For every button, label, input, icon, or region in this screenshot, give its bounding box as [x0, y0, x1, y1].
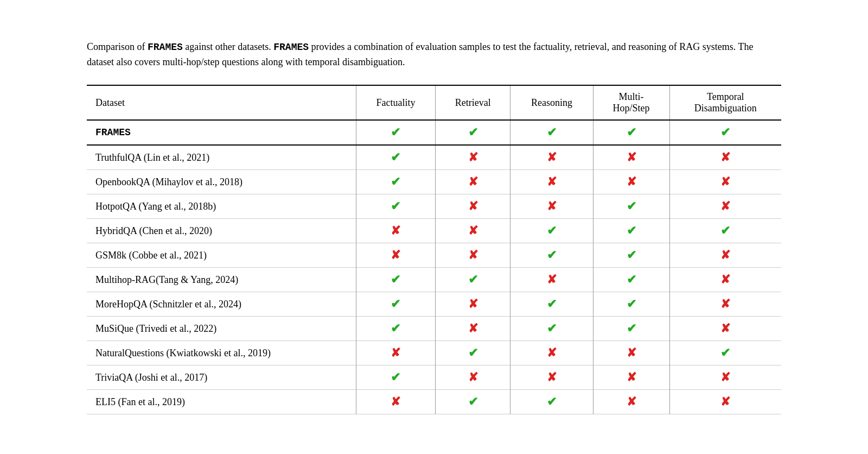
- cross-icon: ✘: [468, 150, 478, 164]
- reasoning-cell: ✘: [510, 341, 593, 365]
- table-row: OpenbookQA (Mihaylov et al., 2018) ✔ ✘ ✘…: [87, 170, 781, 194]
- retrieval-cell: ✘: [436, 292, 510, 317]
- dataset-name: NaturalQuestions (Kwiatkowski et al., 20…: [87, 341, 356, 365]
- table-row: Multihop-RAG(Tang & Yang, 2024) ✔ ✔ ✘ ✔ …: [87, 268, 781, 292]
- reasoning-cell: ✔: [510, 390, 593, 414]
- reasoning-cell: ✘: [510, 145, 593, 170]
- check-icon: ✔: [627, 199, 636, 213]
- caption-text-1: Comparison of: [87, 41, 148, 52]
- cross-icon: ✘: [391, 346, 400, 360]
- retrieval-cell: ✘: [436, 145, 510, 170]
- factuality-cell: ✔: [356, 145, 436, 170]
- col-header-factuality: Factuality: [356, 85, 436, 120]
- factuality-cell: ✔: [356, 194, 436, 219]
- cross-icon: ✘: [391, 248, 400, 262]
- frames-retrieval: ✔: [436, 120, 510, 145]
- table-row: HybridQA (Chen et al., 2020) ✘ ✘ ✔ ✔ ✔: [87, 219, 781, 243]
- table-row: HotpotQA (Yang et al., 2018b) ✔ ✘ ✘ ✔ ✘: [87, 194, 781, 219]
- cross-icon: ✘: [627, 370, 636, 384]
- reasoning-cell: ✔: [510, 317, 593, 341]
- check-icon: ✔: [468, 346, 478, 360]
- temporal-cell: ✘: [669, 390, 781, 414]
- reasoning-cell: ✘: [510, 365, 593, 390]
- cross-icon: ✘: [391, 224, 400, 237]
- check-icon: ✔: [627, 125, 636, 139]
- multihop-cell: ✘: [593, 365, 669, 390]
- dataset-name: HybridQA (Chen et al., 2020): [87, 219, 356, 243]
- multihop-cell: ✘: [593, 341, 669, 365]
- retrieval-cell: ✘: [436, 317, 510, 341]
- frames-factuality: ✔: [356, 120, 436, 145]
- cross-icon: ✘: [720, 370, 730, 384]
- multihop-cell: ✘: [593, 145, 669, 170]
- factuality-cell: ✔: [356, 292, 436, 317]
- dataset-name: ELI5 (Fan et al., 2019): [87, 390, 356, 414]
- check-icon: ✔: [627, 321, 636, 335]
- retrieval-cell: ✘: [436, 243, 510, 268]
- cross-icon: ✘: [547, 150, 557, 164]
- table-row: MoreHopQA (Schnitzler et al., 2024) ✔ ✘ …: [87, 292, 781, 317]
- cross-icon: ✘: [627, 346, 636, 360]
- frames-multihop: ✔: [593, 120, 669, 145]
- cross-icon: ✘: [720, 321, 730, 335]
- page-container: Comparison of FRAMES against other datas…: [54, 18, 814, 436]
- reasoning-cell: ✘: [510, 170, 593, 194]
- factuality-cell: ✔: [356, 268, 436, 292]
- dataset-name: HotpotQA (Yang et al., 2018b): [87, 194, 356, 219]
- frames-reasoning: ✔: [510, 120, 593, 145]
- check-icon: ✔: [547, 125, 557, 139]
- temporal-cell: ✘: [669, 317, 781, 341]
- retrieval-cell: ✔: [436, 341, 510, 365]
- caption-text-2: against other datasets.: [183, 41, 273, 52]
- retrieval-cell: ✔: [436, 268, 510, 292]
- table-row: GSM8k (Cobbe et al., 2021) ✘ ✘ ✔ ✔ ✘: [87, 243, 781, 268]
- check-icon: ✔: [720, 224, 730, 237]
- reasoning-cell: ✔: [510, 243, 593, 268]
- check-icon: ✔: [391, 175, 400, 188]
- comparison-table: Dataset Factuality Retrieval Reasoning M…: [87, 85, 781, 414]
- cross-icon: ✘: [720, 395, 730, 408]
- check-icon: ✔: [391, 150, 400, 164]
- factuality-cell: ✔: [356, 170, 436, 194]
- check-icon: ✔: [547, 321, 557, 335]
- reasoning-cell: ✔: [510, 219, 593, 243]
- retrieval-cell: ✘: [436, 365, 510, 390]
- temporal-cell: ✘: [669, 170, 781, 194]
- check-icon: ✔: [720, 346, 730, 360]
- frames-temporal: ✔: [669, 120, 781, 145]
- check-icon: ✔: [468, 125, 478, 139]
- check-icon: ✔: [391, 297, 400, 311]
- cross-icon: ✘: [468, 297, 478, 311]
- check-icon: ✔: [720, 125, 730, 139]
- multihop-cell: ✔: [593, 243, 669, 268]
- cross-icon: ✘: [720, 199, 730, 213]
- multihop-cell: ✔: [593, 194, 669, 219]
- multihop-cell: ✘: [593, 170, 669, 194]
- check-icon: ✔: [627, 297, 636, 311]
- cross-icon: ✘: [468, 370, 478, 384]
- cross-icon: ✘: [468, 199, 478, 213]
- retrieval-cell: ✘: [436, 219, 510, 243]
- check-icon: ✔: [547, 395, 557, 408]
- check-icon: ✔: [547, 224, 557, 237]
- temporal-cell: ✘: [669, 145, 781, 170]
- multihop-cell: ✔: [593, 219, 669, 243]
- col-header-temporal: TemporalDisambiguation: [669, 85, 781, 120]
- dataset-name: OpenbookQA (Mihaylov et al., 2018): [87, 170, 356, 194]
- cross-icon: ✘: [547, 199, 557, 213]
- cross-icon: ✘: [720, 248, 730, 262]
- cross-icon: ✘: [720, 273, 730, 286]
- check-icon: ✔: [627, 224, 636, 237]
- check-icon: ✔: [468, 395, 478, 408]
- reasoning-cell: ✘: [510, 268, 593, 292]
- factuality-cell: ✘: [356, 243, 436, 268]
- retrieval-cell: ✘: [436, 194, 510, 219]
- dataset-name: MoreHopQA (Schnitzler et al., 2024): [87, 292, 356, 317]
- table-row: MuSiQue (Trivedi et al., 2022) ✔ ✘ ✔ ✔ ✘: [87, 317, 781, 341]
- dataset-name: GSM8k (Cobbe et al., 2021): [87, 243, 356, 268]
- factuality-cell: ✘: [356, 219, 436, 243]
- dataset-name: TriviaQA (Joshi et al., 2017): [87, 365, 356, 390]
- dataset-name: MuSiQue (Trivedi et al., 2022): [87, 317, 356, 341]
- cross-icon: ✘: [547, 273, 557, 286]
- dataset-name: TruthfulQA (Lin et al., 2021): [87, 145, 356, 170]
